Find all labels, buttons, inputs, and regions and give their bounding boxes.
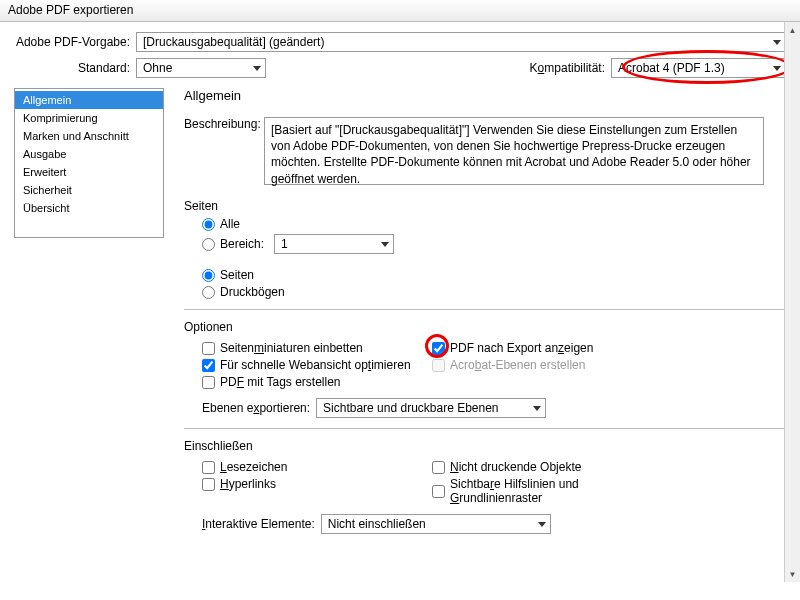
chevron-down-icon <box>381 242 389 247</box>
interactive-label: Interaktive Elemente: <box>202 517 321 531</box>
panel-heading: Allgemein <box>184 88 786 103</box>
standard-label: Standard: <box>14 61 136 75</box>
range-combo[interactable]: 1 <box>274 234 394 254</box>
standard-value: Ohne <box>143 61 172 75</box>
sidebar-item-output[interactable]: Ausgabe <box>15 145 163 163</box>
description-label: Beschreibung: <box>184 117 264 131</box>
check-hyperlinks-label: Hyperlinks <box>220 477 276 491</box>
scroll-up-icon[interactable] <box>785 22 800 38</box>
scroll-down-icon[interactable] <box>785 566 800 582</box>
preset-value: [Druckausgabequalität] (geändert) <box>143 35 324 49</box>
check-guides-label: Sichtbare Hilfslinien und Grundlinienras… <box>450 477 662 505</box>
radio-range-label: Bereich: <box>220 237 274 251</box>
radio-all[interactable] <box>202 218 215 231</box>
check-view-label: PDF nach Export anzeigen <box>450 341 593 355</box>
interactive-combo[interactable]: Nicht einschließen <box>321 514 551 534</box>
sidebar-item-summary[interactable]: Übersicht <box>15 199 163 217</box>
check-view-after-export[interactable] <box>432 342 445 355</box>
sidebar-item-general[interactable]: Allgemein <box>15 91 163 109</box>
check-thumbnails[interactable] <box>202 342 215 355</box>
dialog-content: Adobe PDF-Vorgabe: [Druckausgabequalität… <box>0 22 800 600</box>
check-bookmarks-label: Lesezeichen <box>220 460 287 474</box>
radio-range[interactable] <box>202 238 215 251</box>
chevron-down-icon <box>773 40 781 45</box>
category-sidebar: Allgemein Komprimierung Marken und Ansch… <box>14 88 164 238</box>
compat-combo[interactable]: Acrobat 4 (PDF 1.3) <box>611 58 786 78</box>
chevron-down-icon <box>538 522 546 527</box>
check-fastweb-label: Für schnelle Webansicht optimieren <box>220 358 411 372</box>
radio-all-label: Alle <box>220 217 240 231</box>
preset-label: Adobe PDF-Vorgabe: <box>14 35 136 49</box>
sidebar-item-security[interactable]: Sicherheit <box>15 181 163 199</box>
general-panel: Allgemein Beschreibung: [Basiert auf "[D… <box>164 88 786 540</box>
preset-combo[interactable]: [Druckausgabequalität] (geändert) <box>136 32 786 52</box>
radio-pages-label: Seiten <box>220 268 254 282</box>
check-tagged-label: PDF mit Tags erstellen <box>220 375 341 389</box>
standard-combo[interactable]: Ohne <box>136 58 266 78</box>
sidebar-item-marks[interactable]: Marken und Anschnitt <box>15 127 163 145</box>
radio-spreads-label: Druckbögen <box>220 285 285 299</box>
include-heading: Einschließen <box>184 439 786 453</box>
check-nonprinting[interactable] <box>432 461 445 474</box>
check-guides[interactable] <box>432 485 445 498</box>
vertical-scrollbar[interactable] <box>784 22 800 582</box>
chevron-down-icon <box>773 66 781 71</box>
check-acrobat-layers-label: Acrobat-Ebenen erstellen <box>450 358 585 372</box>
options-heading: Optionen <box>184 320 786 334</box>
check-tagged[interactable] <box>202 376 215 389</box>
check-acrobat-layers <box>432 359 445 372</box>
export-layers-combo[interactable]: Sichtbare und druckbare Ebenen <box>316 398 546 418</box>
check-fastweb[interactable] <box>202 359 215 372</box>
chevron-down-icon <box>253 66 261 71</box>
chevron-down-icon <box>533 406 541 411</box>
compat-value: Acrobat 4 (PDF 1.3) <box>618 61 725 75</box>
window-title: Adobe PDF exportieren <box>8 3 133 17</box>
window-titlebar: Adobe PDF exportieren <box>0 0 800 22</box>
compat-label: Kompatibilität: <box>530 61 611 75</box>
check-hyperlinks[interactable] <box>202 478 215 491</box>
radio-spreads[interactable] <box>202 286 215 299</box>
radio-pages[interactable] <box>202 269 215 282</box>
description-textarea[interactable]: [Basiert auf "[Druckausgabequalität]"] V… <box>264 117 764 185</box>
sidebar-item-advanced[interactable]: Erweitert <box>15 163 163 181</box>
check-nonprinting-label: Nicht druckende Objekte <box>450 460 581 474</box>
export-layers-label: Ebenen exportieren: <box>202 401 316 415</box>
check-bookmarks[interactable] <box>202 461 215 474</box>
pages-heading: Seiten <box>184 199 786 213</box>
sidebar-item-compression[interactable]: Komprimierung <box>15 109 163 127</box>
check-thumbnails-label: Seitenminiaturen einbetten <box>220 341 363 355</box>
